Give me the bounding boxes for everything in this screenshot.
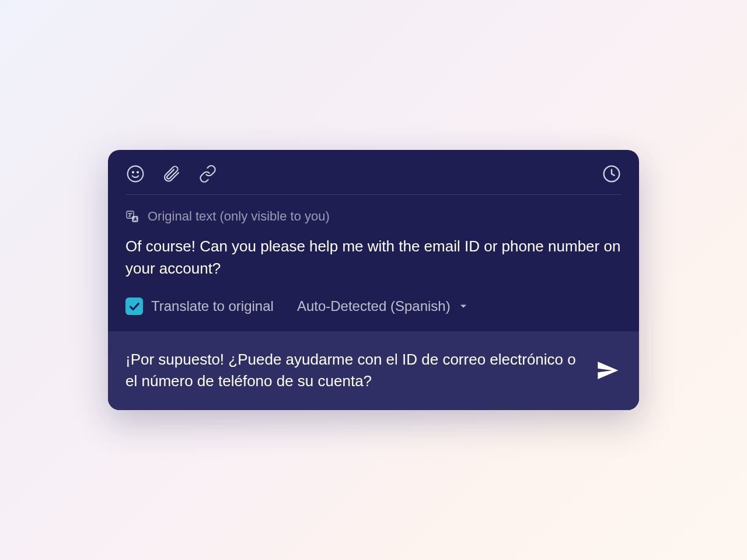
translate-icon bbox=[125, 209, 139, 223]
link-icon[interactable] bbox=[198, 164, 218, 184]
clock-icon[interactable] bbox=[602, 164, 622, 184]
translate-checkbox-group: Translate to original bbox=[125, 298, 274, 315]
footer: ¡Por supuesto! ¿Puede ayudarme con el ID… bbox=[108, 331, 639, 410]
emoji-icon[interactable] bbox=[125, 164, 145, 184]
translated-text: ¡Por supuesto! ¿Puede ayudarme con el ID… bbox=[125, 349, 576, 393]
compose-card: Original text (only visible to you) Of c… bbox=[108, 150, 639, 410]
toolbar bbox=[108, 150, 639, 194]
attachment-icon[interactable] bbox=[162, 164, 181, 184]
toolbar-left bbox=[125, 164, 218, 184]
hint-text: Original text (only visible to you) bbox=[148, 209, 330, 224]
language-dropdown-label: Auto-Detected (Spanish) bbox=[297, 298, 451, 314]
controls-row: Translate to original Auto-Detected (Spa… bbox=[125, 298, 622, 315]
translate-checkbox[interactable] bbox=[125, 298, 143, 315]
svg-point-1 bbox=[132, 172, 134, 173]
content: Original text (only visible to you) Of c… bbox=[108, 195, 639, 331]
chevron-down-icon bbox=[458, 300, 469, 312]
svg-point-2 bbox=[137, 172, 138, 173]
header-row: Original text (only visible to you) bbox=[125, 209, 622, 224]
translate-checkbox-label: Translate to original bbox=[151, 298, 274, 314]
original-text: Of course! Can you please help me with t… bbox=[125, 236, 622, 279]
language-dropdown[interactable]: Auto-Detected (Spanish) bbox=[297, 298, 469, 314]
svg-point-0 bbox=[128, 166, 144, 182]
send-button[interactable] bbox=[594, 356, 622, 384]
